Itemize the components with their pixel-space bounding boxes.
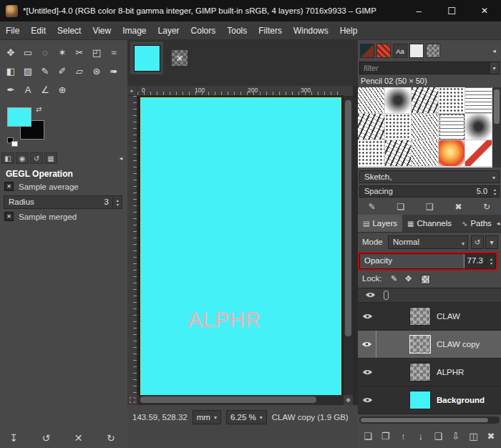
lock-pixels-toggle[interactable]: ✎ bbox=[391, 274, 397, 283]
link-cell[interactable] bbox=[376, 303, 392, 330]
zoom-tool-icon[interactable]: ⊕ bbox=[54, 80, 71, 99]
radius-spinner[interactable]: ▴▾ bbox=[112, 196, 122, 208]
spinner-down-icon[interactable]: ▾ bbox=[493, 192, 495, 196]
brush-swatch[interactable] bbox=[385, 140, 412, 167]
brush-swatch[interactable] bbox=[465, 114, 492, 140]
menu-help[interactable]: Help bbox=[334, 26, 364, 36]
restore-preset-button[interactable]: ↺ bbox=[39, 432, 52, 444]
brush-grid-scrollbar[interactable] bbox=[492, 87, 501, 167]
layer-name[interactable]: ALPHR bbox=[437, 368, 464, 376]
tab-channels[interactable]: ▦ Channels bbox=[402, 215, 457, 232]
layer-thumbnail[interactable] bbox=[409, 363, 431, 381]
horizontal-scrollbar-thumb[interactable] bbox=[140, 396, 316, 403]
brush-swatch[interactable] bbox=[358, 114, 385, 140]
refresh-brushes-button[interactable]: ↻ bbox=[483, 202, 490, 212]
paintbrush-tool-icon[interactable]: ✐ bbox=[54, 62, 71, 80]
filter-dropdown-button[interactable]: ▾ bbox=[490, 62, 500, 74]
menu-select[interactable]: Select bbox=[52, 26, 87, 36]
mode-menu-button[interactable]: ▾ bbox=[485, 235, 498, 249]
layer-thumbnail[interactable] bbox=[409, 391, 431, 409]
lock-position-toggle[interactable]: ✥ bbox=[405, 274, 412, 283]
link-cell[interactable] bbox=[376, 386, 392, 414]
bucket-fill-tool-icon[interactable]: ◧ bbox=[2, 62, 19, 80]
horizontal-scrollbar[interactable] bbox=[137, 395, 344, 405]
free-select-tool-icon[interactable]: ◌ bbox=[37, 43, 54, 62]
menu-file[interactable]: File bbox=[0, 26, 25, 36]
merge-layer-button[interactable]: ⇩ bbox=[449, 431, 463, 442]
image-tab[interactable] bbox=[130, 42, 163, 74]
close-image-icon[interactable]: ✕ bbox=[176, 53, 184, 64]
delete-layer-button[interactable]: ✖ bbox=[484, 431, 498, 442]
close-button[interactable]: ✕ bbox=[468, 0, 501, 21]
layer-name[interactable]: Background bbox=[437, 396, 485, 404]
canvas[interactable]: ALPHR bbox=[140, 97, 341, 395]
filter-input[interactable] bbox=[359, 62, 490, 74]
smudge-tool-icon[interactable]: ➠ bbox=[105, 62, 122, 80]
sample-merged-checkbox[interactable]: ✕ bbox=[4, 212, 14, 221]
brush-swatch[interactable] bbox=[465, 87, 492, 114]
image-tab-secondary[interactable]: ✕ bbox=[167, 46, 192, 70]
raise-layer-button[interactable]: ↑ bbox=[396, 431, 410, 442]
dock-tab-icon-2[interactable]: ◉ bbox=[16, 152, 29, 164]
brush-swatch-selected[interactable] bbox=[439, 114, 466, 140]
rectangle-select-tool-icon[interactable]: ▭ bbox=[19, 43, 37, 62]
visibility-eye-icon[interactable] bbox=[362, 313, 373, 320]
brush-swatch[interactable] bbox=[439, 140, 466, 167]
brush-group-select[interactable]: Sketch, ▾ bbox=[359, 170, 500, 183]
navigation-button[interactable]: ✥ bbox=[344, 395, 353, 405]
mode-switch-button[interactable]: ↺ bbox=[471, 235, 484, 249]
warp-tool-icon[interactable]: ≈ bbox=[105, 43, 122, 62]
save-preset-button[interactable]: ↧ bbox=[7, 432, 20, 444]
menu-tools[interactable]: Tools bbox=[221, 26, 253, 36]
opacity-spinner[interactable]: ▴▾ bbox=[486, 254, 495, 268]
zoom-select[interactable]: 6.25 % ▾ bbox=[226, 410, 267, 424]
fuzzy-select-tool-icon[interactable]: ✶ bbox=[54, 43, 71, 62]
vertical-scrollbar[interactable] bbox=[344, 96, 353, 395]
brush-swatch[interactable] bbox=[412, 114, 439, 140]
edit-brush-button[interactable]: ✎ bbox=[369, 202, 376, 212]
ruler-corner-menu-button[interactable]: ▸ bbox=[127, 86, 137, 96]
lower-layer-button[interactable]: ↓ bbox=[414, 431, 428, 442]
menu-filters[interactable]: Filters bbox=[253, 26, 288, 36]
swap-colors-icon[interactable]: ⇄ bbox=[36, 105, 42, 113]
menu-windows[interactable]: Windows bbox=[288, 26, 334, 36]
new-layer-button[interactable]: ❏ bbox=[361, 431, 375, 442]
duplicate-layer-button[interactable]: ❑ bbox=[431, 431, 445, 442]
measure-tool-icon[interactable]: ∠ bbox=[37, 80, 54, 99]
layer-row[interactable]: ALPHR bbox=[358, 359, 501, 386]
brush-swatch[interactable] bbox=[358, 140, 385, 167]
layer-row-selected[interactable]: CLAW copy bbox=[358, 331, 501, 359]
tab-patterns-icon[interactable] bbox=[376, 44, 391, 58]
dock-tab-icon-3[interactable]: ↺ bbox=[30, 152, 43, 164]
layer-name[interactable]: CLAW copy bbox=[437, 340, 480, 349]
spacing-slider[interactable]: Spacing 5.0 ▴▾ bbox=[359, 185, 500, 198]
brush-swatch[interactable] bbox=[412, 87, 439, 114]
link-icon[interactable] bbox=[384, 291, 389, 300]
minimize-button[interactable]: – bbox=[402, 0, 435, 21]
layer-thumbnail[interactable] bbox=[409, 335, 431, 354]
menu-view[interactable]: View bbox=[87, 26, 117, 36]
layer-row[interactable]: Background bbox=[358, 386, 501, 414]
layer-name[interactable]: CLAW bbox=[437, 312, 460, 321]
new-brush-button[interactable]: ❏ bbox=[397, 202, 405, 212]
visibility-eye-icon[interactable] bbox=[362, 369, 373, 376]
canvas-corner-button[interactable] bbox=[344, 86, 353, 96]
layers-scrollbar-thumb[interactable] bbox=[361, 418, 488, 422]
tab-buffers-icon[interactable] bbox=[426, 44, 440, 58]
link-cell[interactable] bbox=[376, 331, 392, 358]
eraser-tool-icon[interactable]: ▱ bbox=[71, 62, 88, 80]
menu-edit[interactable]: Edit bbox=[25, 26, 52, 36]
clone-tool-icon[interactable]: ⊛ bbox=[88, 62, 105, 80]
tab-overflow-button[interactable]: ◂ bbox=[497, 220, 501, 227]
brush-swatch[interactable] bbox=[385, 87, 412, 114]
link-cell[interactable] bbox=[376, 359, 392, 386]
paths-tool-icon[interactable]: ✒ bbox=[2, 80, 19, 99]
add-mask-button[interactable]: ◫ bbox=[466, 431, 480, 442]
duplicate-brush-button[interactable]: ❑ bbox=[426, 202, 434, 212]
transform-tool-icon[interactable]: ◰ bbox=[88, 43, 105, 62]
dock-collapse-icon[interactable]: ◂ bbox=[116, 155, 126, 162]
menu-image[interactable]: Image bbox=[117, 26, 152, 36]
dock-collapse-icon[interactable]: ◂ bbox=[490, 47, 499, 54]
delete-preset-button[interactable]: ✕ bbox=[72, 432, 85, 444]
dock-tab-icon-1[interactable]: ◧ bbox=[1, 152, 14, 164]
